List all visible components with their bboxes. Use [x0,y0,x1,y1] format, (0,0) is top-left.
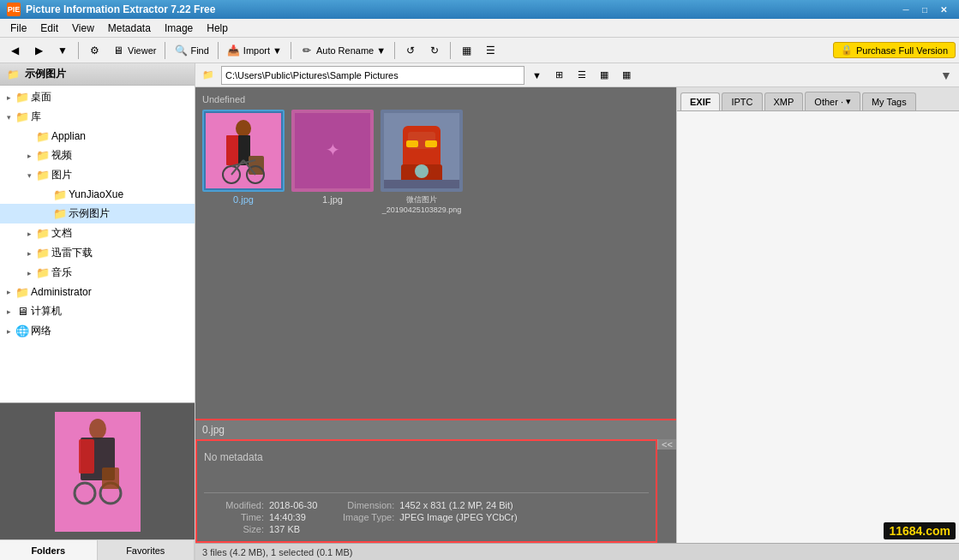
filter-button[interactable]: ▼ [937,66,956,85]
tab-exif[interactable]: EXIF [680,92,720,110]
thumb-item-0jpg[interactable]: 0.jpg [202,110,285,205]
expand-icon[interactable]: ▸ [24,229,34,239]
detail-col-right: Dimension: 1452 x 831 (1.2 MP, 24 Bit) I… [334,500,517,534]
modified-value: 2018-06-30 [269,500,317,510]
refresh2-button[interactable]: ↻ [423,40,446,61]
refresh-ccw-icon: ↺ [404,44,417,57]
tab-iptc[interactable]: IPTC [722,92,762,110]
detail-row-modified: Modified: 2018-06-30 [204,500,317,510]
watermark: 11684.com [884,522,956,539]
gridview2-button[interactable]: ☰ [479,40,501,61]
viewer-button[interactable]: 🖥 Viewer [107,40,160,61]
tree-item-computer[interactable]: ▸ 🖥 计算机 [0,301,195,321]
import-label: Import [243,45,270,56]
expand-icon[interactable]: ▾ [3,112,14,122]
tree-item-desktop[interactable]: ▸ 📁 桌面 [0,87,195,107]
tree-label: Applian [51,130,86,142]
find-label: Find [190,45,208,56]
import-button[interactable]: 📥 Import ▼ [223,40,286,61]
sidebar: 📁 示例图片 ▸ 📁 桌面 ▾ 📁 库 [0,63,195,560]
thumbnail-grid: 0.jpg ✦ 1.jpg [202,110,669,214]
app-icon: PIE [7,3,21,16]
menu-image[interactable]: Image [158,19,200,38]
forward-icon: ▶ [32,44,45,57]
expand-icon[interactable]: ▸ [3,287,14,297]
app-title: Picture Information Extractor 7.22 Free [26,3,897,15]
thumb-frame-selected [202,110,285,192]
expand-icon[interactable]: ▸ [3,92,14,103]
expand-icon[interactable]: ▸ [24,268,34,278]
file-tree: ▸ 📁 桌面 ▾ 📁 库 ▸ 📁 Applian [0,86,195,402]
purchase-label: Purchase Full Version [856,45,948,56]
expand-icon[interactable]: ▸ [24,151,34,161]
autorename-button[interactable]: ✏ Auto Rename ▼ [296,40,390,61]
folder-icon: 📁 [15,110,29,124]
tab-xmp[interactable]: XMP [764,92,804,110]
thumb-item-wechat[interactable]: 微信图片_20190425103829.png [381,110,463,214]
back-icon: ◀ [8,44,21,57]
section-label: Undefined [202,94,669,104]
purchase-button[interactable]: 🔒 Purchase Full Version [833,42,956,58]
folder-icon-btn[interactable]: 📁 [199,66,218,85]
view-grid1-button[interactable]: ⊞ [550,66,569,85]
tab-mytags[interactable]: My Tags [862,92,916,110]
tree-item-sample-pictures[interactable]: ▸ 📁 示例图片 [0,204,195,223]
expand-icon[interactable]: ▸ [3,307,14,317]
main-layout: 📁 示例图片 ▸ 📁 桌面 ▾ 📁 库 [0,63,959,560]
menu-help[interactable]: Help [200,19,235,38]
menu-file[interactable]: File [3,19,33,38]
tab-other[interactable]: Other · ▾ [805,92,860,110]
tree-item-network[interactable]: ▸ 🌐 网络 [0,321,195,341]
tree-item-ku[interactable]: ▾ 📁 库 [0,107,195,127]
viewer-label: Viewer [128,45,156,56]
expand-icon[interactable]: ▸ [3,326,14,337]
view-list-button[interactable]: ☰ [572,66,591,85]
sidebar-tab-favorites[interactable]: Favorites [98,540,195,560]
gridview1-button[interactable]: ▦ [455,40,477,61]
tree-item-yunjiaoxue[interactable]: ▸ 📁 YunJiaoXue [0,185,195,204]
rename-icon: ✏ [300,44,314,57]
back-button[interactable]: ◀ [3,40,26,61]
tree-label: 音乐 [51,265,72,280]
tree-item-video[interactable]: ▸ 📁 视频 [0,146,195,165]
modified-label: Modified: [204,500,264,510]
tree-item-admin[interactable]: ▸ 📁 Administrator [0,283,195,301]
svg-rect-23 [425,140,437,147]
thumb-label-wechat: 微信图片_20190425103829.png [381,194,463,214]
maximize-button[interactable]: □ [916,3,933,16]
folder-icon: 📁 [53,207,67,221]
collapse-panel-button[interactable]: << [657,439,676,450]
sidebar-tabs: Folders Favorites [0,539,195,560]
sidebar-tab-folders[interactable]: Folders [0,540,98,560]
settings-button[interactable]: ⚙ [83,40,105,61]
tree-item-docs[interactable]: ▸ 📁 文档 [0,223,195,243]
tree-item-xunlei[interactable]: ▸ 📁 迅雷下载 [0,243,195,263]
close-button[interactable]: ✕ [935,3,952,16]
address-input[interactable] [221,66,524,85]
imagetype-value: JPEG Image (JPEG YCbCr) [399,512,517,522]
gear-icon: ⚙ [87,44,101,57]
menu-edit[interactable]: Edit [33,19,65,38]
expand-icon[interactable]: ▾ [24,170,34,181]
tab-other-label: Other [814,97,838,107]
expand-icon[interactable]: ▸ [24,248,34,259]
minimize-button[interactable]: ─ [897,3,914,16]
address-dropdown-button[interactable]: ▼ [528,66,547,85]
menu-view[interactable]: View [65,19,101,38]
dropdown-button[interactable]: ▼ [51,40,74,61]
view-detail-button[interactable]: ▦ [595,66,614,85]
tree-item-music[interactable]: ▸ 📁 音乐 [0,263,195,283]
no-metadata-text: No metadata [204,448,649,467]
folder-icon: 📁 [36,169,50,182]
titlebar: PIE Picture Information Extractor 7.22 F… [0,0,959,19]
tree-item-applian[interactable]: ▸ 📁 Applian [0,127,195,146]
refresh1-button[interactable]: ↺ [399,40,422,61]
tree-item-pictures[interactable]: ▾ 📁 图片 [0,165,195,185]
menu-metadata[interactable]: Metadata [101,19,158,38]
forward-button[interactable]: ▶ [27,40,50,61]
thumb-item-1jpg[interactable]: ✦ 1.jpg [291,110,374,205]
find-button[interactable]: 🔍 Find [170,40,213,61]
tree-label: Administrator [31,286,92,298]
view-thumb-button[interactable]: ▦ [617,66,636,85]
dimension-value: 1452 x 831 (1.2 MP, 24 Bit) [399,500,513,510]
